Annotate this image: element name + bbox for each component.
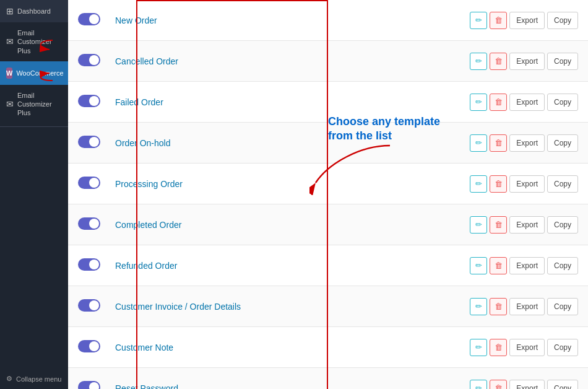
delete-button-10[interactable]: 🗑 [490,380,507,390]
trash-icon: 🗑 [495,302,503,311]
delete-button-9[interactable]: 🗑 [490,339,507,356]
edit-button-4[interactable]: ✏ [470,134,487,152]
template-name-9[interactable]: Customer Note [109,343,470,352]
template-row: Customer Invoice / Order Details ✏ 🗑 Exp… [68,286,588,327]
woocommerce-icon: W [6,68,12,79]
collapse-menu-button[interactable]: ⚙ Collapse menu [0,369,68,389]
delete-button-8[interactable]: 🗑 [490,298,507,315]
toggle-wrap-2 [78,54,109,69]
pencil-icon: ✏ [475,97,482,107]
export-button-4[interactable]: Export [509,134,545,152]
toggle-7[interactable] [78,258,100,271]
edit-button-10[interactable]: ✏ [470,380,487,390]
export-button-3[interactable]: Export [509,94,545,111]
toggle-wrap-10 [78,381,109,390]
toggle-3[interactable] [78,95,100,107]
sidebar-divider [0,126,68,127]
trash-icon: 🗑 [495,97,503,107]
copy-button-9[interactable]: Copy [547,339,578,356]
template-name-3[interactable]: Failed Order [109,97,470,107]
delete-button-3[interactable]: 🗑 [490,94,507,111]
sidebar-item-email-plus-label: Email Customizer Plus [17,91,62,118]
delete-button-1[interactable]: 🗑 [490,12,507,29]
action-buttons-6: ✏ 🗑 Export Copy [470,216,578,234]
export-button-2[interactable]: Export [509,53,545,70]
copy-button-8[interactable]: Copy [547,298,578,315]
template-name-5[interactable]: Processing Order [109,179,470,189]
sidebar-item-email-customizer-plus[interactable]: ✉ Email Customizer Plus [0,85,68,124]
copy-button-2[interactable]: Copy [547,53,578,70]
copy-button-1[interactable]: Copy [547,12,578,29]
edit-button-3[interactable]: ✏ [470,94,487,111]
export-button-6[interactable]: Export [509,216,545,234]
copy-button-6[interactable]: Copy [547,216,578,234]
template-name-7[interactable]: Refunded Order [109,261,470,271]
gear-icon: ⚙ [6,375,12,383]
pencil-icon: ✏ [475,56,482,66]
sidebar: ⊞ Dashboard ✉ Email Customizer Plus W Wo… [0,0,68,389]
toggle-wrap-8 [78,299,109,314]
edit-button-8[interactable]: ✏ [470,298,487,315]
trash-icon: 🗑 [495,179,503,188]
copy-button-7[interactable]: Copy [547,257,578,274]
toggle-wrap-1 [78,13,109,28]
main-content: New Order ✏ 🗑 Export Copy Cancelled Orde… [68,0,588,389]
template-row: Order On-hold ✏ 🗑 Export Copy [68,123,588,164]
template-name-4[interactable]: Order On-hold [109,138,470,148]
edit-button-7[interactable]: ✏ [470,257,487,274]
delete-button-7[interactable]: 🗑 [490,257,507,274]
toggle-wrap-6 [78,217,109,232]
action-buttons-8: ✏ 🗑 Export Copy [470,298,578,315]
toggle-wrap-4 [78,136,109,151]
export-button-9[interactable]: Export [509,339,545,356]
template-row: Refunded Order ✏ 🗑 Export Copy [68,245,588,286]
export-button-10[interactable]: Export [509,380,545,390]
toggle-6[interactable] [78,217,100,230]
copy-button-4[interactable]: Copy [547,134,578,152]
edit-button-6[interactable]: ✏ [470,216,487,234]
action-buttons-2: ✏ 🗑 Export Copy [470,53,578,70]
export-button-8[interactable]: Export [509,298,545,315]
delete-button-2[interactable]: 🗑 [490,53,507,70]
sidebar-item-email-customizer[interactable]: ✉ Email Customizer Plus [0,22,68,61]
copy-button-3[interactable]: Copy [547,94,578,111]
toggle-4[interactable] [78,136,100,148]
export-button-7[interactable]: Export [509,257,545,274]
pencil-icon: ✏ [475,302,482,311]
action-buttons-4: ✏ 🗑 Export Copy [470,134,578,152]
template-name-1[interactable]: New Order [109,15,470,25]
toggle-1[interactable] [78,13,100,25]
template-row: Customer Note ✏ 🗑 Export Copy [68,327,588,368]
toggle-8[interactable] [78,299,100,312]
template-list: New Order ✏ 🗑 Export Copy Cancelled Orde… [68,0,588,389]
sidebar-item-dashboard[interactable]: ⊞ Dashboard [0,0,68,22]
delete-button-5[interactable]: 🗑 [490,175,507,193]
export-button-1[interactable]: Export [509,12,545,29]
collapse-menu-label: Collapse menu [16,375,61,383]
sidebar-item-woocommerce-label: WooCommerce [16,69,63,77]
pencil-icon: ✏ [475,179,482,188]
copy-button-10[interactable]: Copy [547,380,578,390]
template-name-10[interactable]: Reset Password [109,383,470,390]
toggle-9[interactable] [78,340,100,352]
edit-button-1[interactable]: ✏ [470,12,487,29]
delete-button-4[interactable]: 🗑 [490,134,507,152]
template-name-8[interactable]: Customer Invoice / Order Details [109,302,470,312]
pencil-icon: ✏ [475,343,482,352]
copy-button-5[interactable]: Copy [547,175,578,193]
delete-button-6[interactable]: 🗑 [490,216,507,234]
toggle-2[interactable] [78,54,100,66]
action-buttons-1: ✏ 🗑 Export Copy [470,12,578,29]
edit-button-9[interactable]: ✏ [470,339,487,356]
toggle-5[interactable] [78,177,100,189]
template-name-6[interactable]: Completed Order [109,220,470,230]
action-buttons-5: ✏ 🗑 Export Copy [470,175,578,193]
edit-button-5[interactable]: ✏ [470,175,487,193]
export-button-5[interactable]: Export [509,175,545,193]
email-customizer-icon: ✉ [6,37,14,46]
sidebar-item-woocommerce[interactable]: W WooCommerce [0,61,68,85]
action-buttons-7: ✏ 🗑 Export Copy [470,257,578,274]
template-name-2[interactable]: Cancelled Order [109,56,470,66]
toggle-10[interactable] [78,381,100,390]
edit-button-2[interactable]: ✏ [470,53,487,70]
